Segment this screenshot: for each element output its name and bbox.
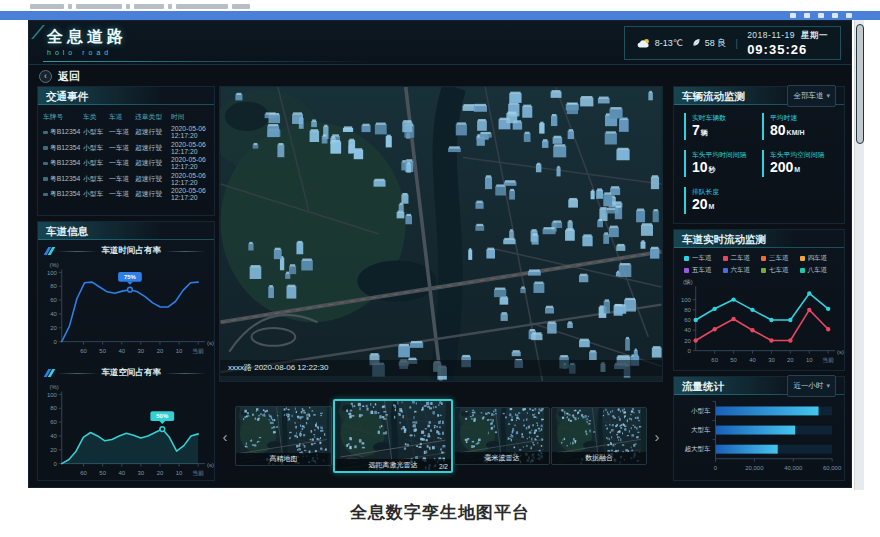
legend-swatch — [800, 256, 805, 261]
legend-item[interactable]: 三车道 — [761, 254, 798, 263]
svg-text:100: 100 — [47, 270, 58, 276]
traffic-events-table: 车牌号车类车道违章类型时间粤B12354小型车一车道超速行驶2020-05-06… — [38, 105, 214, 206]
time-occupancy-chart[interactable]: 020406080100(%)(s)605040302010当前75% — [38, 258, 214, 362]
space-occupancy-subtitle: 车道空间占有率 — [38, 362, 214, 380]
svg-text:10: 10 — [806, 357, 813, 363]
page-scrollbar[interactable] — [854, 20, 864, 490]
stat-unit: KM/H — [787, 129, 805, 136]
thumbnail-label: 数据融合 — [552, 452, 646, 464]
svg-text:40: 40 — [50, 311, 57, 317]
svg-text:40: 40 — [50, 433, 57, 439]
svg-text:20: 20 — [50, 325, 57, 331]
table-row[interactable]: 粤B12354小型车一车道超速行驶2020-05-06 12:17:20 — [43, 140, 209, 156]
air-quality-item: 58 良 — [692, 37, 727, 50]
date-text: 2018-11-19星期一 — [747, 30, 828, 42]
svg-text:100: 100 — [681, 297, 692, 303]
legend-item[interactable]: 五车道 — [684, 266, 721, 275]
svg-text:30: 30 — [138, 348, 145, 354]
table-row[interactable]: 粤B12354小型车一车道超速行驶2020-05-06 12:17:20 — [43, 171, 209, 187]
table-cell: 超速行驶 — [135, 127, 171, 137]
stat-unit: 辆 — [701, 129, 708, 136]
layer-thumbnail[interactable]: 毫米波雷达 — [454, 407, 550, 465]
svg-text:60: 60 — [50, 419, 57, 425]
svg-text:75%: 75% — [124, 274, 137, 280]
legend-swatch — [723, 256, 728, 261]
svg-text:(s): (s) — [207, 462, 214, 468]
legend-item[interactable]: 一车道 — [684, 254, 721, 263]
app-title: 全息道路 — [47, 27, 127, 48]
legend-swatch — [684, 256, 689, 261]
table-cell: 粤B12354 — [43, 174, 83, 184]
layer-thumbnail[interactable]: 高精地图 — [235, 406, 332, 466]
stat-block: 排队长度20M — [684, 187, 756, 214]
app-subtitle: holo road — [47, 49, 127, 56]
thumbnail-label: 远距离激光雷达 — [335, 459, 451, 471]
table-cell: 一车道 — [109, 143, 135, 153]
prev-arrow-icon[interactable]: ‹ — [219, 428, 231, 445]
table-cell: 一车道 — [109, 127, 135, 137]
svg-text:0: 0 — [714, 465, 718, 471]
table-row[interactable]: 粤B12354小型车一车道超速行驶2020-05-06 12:17:20 — [43, 156, 209, 172]
table-row[interactable]: 粤B12354小型车一车道超速行驶2020-05-06 12:17:20 — [43, 125, 209, 141]
main-3d-map[interactable]: xxxx路 2020-08-06 12:22:30 — [219, 86, 663, 382]
svg-text:当前: 当前 — [192, 348, 204, 354]
window-controls[interactable] — [790, 13, 852, 18]
svg-text:100: 100 — [47, 392, 58, 398]
car-icon — [43, 177, 48, 181]
svg-text:60: 60 — [80, 470, 87, 476]
back-button[interactable]: ‹ 返回 — [39, 68, 80, 85]
vehicle-flow-panel: 车辆流动监测 全部车道▾ 实时车辆数7辆平均时速80KM/H车头平均时间间隔10… — [673, 86, 845, 224]
header-divider-line — [43, 61, 373, 62]
svg-text:50%: 50% — [156, 413, 169, 419]
stat-value: 80KM/H — [770, 123, 834, 140]
svg-text:20,000: 20,000 — [745, 465, 764, 471]
svg-text:超大型车: 超大型车 — [685, 445, 712, 453]
browser-tab-text — [30, 4, 250, 10]
space-occupancy-chart[interactable]: 020406080100(%)(s)605040302010当前50% — [38, 380, 214, 484]
svg-text:0: 0 — [53, 339, 57, 345]
legend-item[interactable]: 二车道 — [723, 254, 760, 263]
car-icon — [43, 131, 48, 135]
stat-label: 实时车辆数 — [692, 113, 756, 123]
table-cell: 2020-05-06 12:17:20 — [171, 141, 209, 155]
legend-item[interactable]: 四车道 — [800, 254, 837, 263]
svg-text:50: 50 — [99, 348, 106, 354]
lane-flow-chart[interactable]: 020406080100(辆)(s)605040302010当前 — [674, 277, 844, 369]
time-range-dropdown[interactable]: 近一小时▾ — [787, 375, 836, 397]
legend-swatch — [761, 268, 766, 273]
legend-item[interactable]: 六车道 — [723, 266, 760, 275]
stat-value: 200M — [770, 160, 834, 177]
datetime-block: 2018-11-19星期一 09:35:26 — [747, 30, 828, 57]
back-chevron-icon: ‹ — [39, 70, 52, 83]
table-cell: 2020-05-06 12:17:20 — [171, 156, 209, 170]
stat-unit: 秒 — [709, 166, 716, 173]
stat-block: 实时车辆数7辆 — [684, 113, 756, 140]
legend-item[interactable]: 八车道 — [800, 266, 837, 275]
table-row[interactable]: 粤B12354小型车一车道超速行驶2020-05-06 12:17:20 — [43, 187, 209, 203]
traffic-events-panel: 交通事件 车牌号车类车道违章类型时间粤B12354小型车一车道超速行驶2020-… — [37, 86, 215, 216]
svg-text:80: 80 — [50, 405, 57, 411]
next-arrow-icon[interactable]: › — [651, 428, 663, 445]
svg-text:0: 0 — [688, 348, 692, 354]
table-cell: 一车道 — [109, 174, 135, 184]
svg-text:20: 20 — [157, 470, 164, 476]
svg-text:50: 50 — [730, 357, 737, 363]
stat-block: 车头平均时间间隔10秒 — [684, 150, 756, 177]
table-cell: 小型车 — [83, 127, 109, 137]
layer-thumbnail[interactable]: 数据融合 — [551, 407, 647, 465]
legend-swatch — [723, 268, 728, 273]
lane-filter-dropdown[interactable]: 全部车道▾ — [787, 85, 836, 107]
caret-down-icon: ▾ — [826, 382, 830, 389]
vehicle-flow-title: 车辆流动监测 全部车道▾ — [674, 87, 844, 105]
stat-block: 平均时速80KM/H — [762, 113, 834, 140]
legend-item[interactable]: 七车道 — [761, 266, 798, 275]
table-cell: 小型车 — [83, 174, 109, 184]
app-logo: 全息道路 holo road — [47, 27, 127, 56]
svg-text:(%): (%) — [50, 384, 59, 390]
map-caption: xxxx路 2020-08-06 12:22:30 — [220, 360, 662, 376]
volume-bar-chart: 小型车大型车超大型车020,00040,00060,000 — [674, 395, 844, 477]
svg-text:20: 20 — [157, 348, 164, 354]
layer-thumbnail[interactable]: 远距离激光雷达2/2 — [333, 399, 453, 473]
table-header-cell: 违章类型 — [135, 112, 171, 122]
svg-text:大型车: 大型车 — [691, 426, 711, 433]
